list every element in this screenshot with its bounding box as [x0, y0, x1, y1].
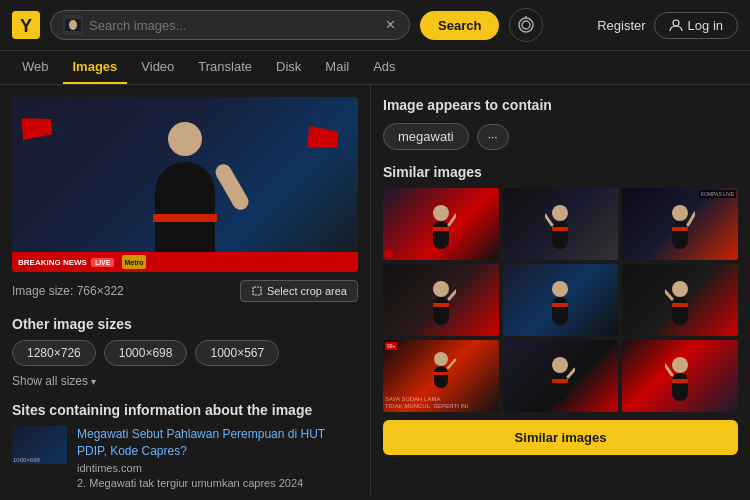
svg-rect-22	[672, 227, 688, 231]
tab-web[interactable]: Web	[12, 51, 59, 84]
svg-rect-44	[672, 373, 688, 401]
other-sizes-title: Other image sizes	[12, 316, 358, 332]
svg-point-12	[433, 205, 449, 221]
site-item: 1000×698 Megawati Sebut Pahlawan Perempu…	[12, 426, 358, 489]
svg-rect-13	[433, 221, 449, 249]
svg-line-38	[448, 360, 455, 368]
site-description: 2. Megawati tak tergiur umumkan capres 2…	[77, 477, 358, 489]
select-crop-label: Select crop area	[267, 285, 347, 297]
similar-image-5[interactable]	[503, 264, 619, 336]
svg-rect-41	[552, 379, 568, 383]
similar-title: Similar images	[383, 164, 738, 180]
svg-point-6	[522, 21, 530, 29]
image-size: Image size: 766×322	[12, 284, 124, 298]
svg-rect-30	[552, 303, 568, 307]
tab-images[interactable]: Images	[63, 51, 128, 84]
svg-rect-40	[552, 373, 568, 401]
appears-title: Image appears to contain	[383, 97, 738, 113]
similar-image-8[interactable]	[503, 340, 619, 412]
similar-image-6[interactable]	[622, 264, 738, 336]
clear-button[interactable]: ×	[384, 17, 397, 33]
main-image-container: BREAKING NEWS LIVE Metro	[12, 97, 358, 272]
main-image: BREAKING NEWS LIVE Metro	[12, 97, 358, 272]
svg-point-16	[552, 205, 568, 221]
more-tags-button[interactable]: ···	[477, 124, 509, 150]
tab-ads[interactable]: Ads	[363, 51, 405, 84]
similar-image-7[interactable]: SAYA SUDAH LAMATIDAK MUNCUL, SEPERTI INI…	[383, 340, 499, 412]
similar-btn-row: Similar images	[383, 412, 738, 455]
site-domain: idntimes.com	[77, 462, 358, 474]
svg-rect-37	[434, 372, 448, 375]
svg-rect-32	[672, 297, 688, 325]
similar-image-3[interactable]: KOMPAS LIVE	[622, 188, 738, 260]
tag-row: megawati ···	[383, 123, 738, 150]
camera-search-button[interactable]	[509, 8, 543, 42]
svg-point-35	[434, 352, 448, 366]
site-title[interactable]: Megawati Sebut Pahlawan Perempuan di HUT…	[77, 426, 358, 460]
svg-rect-36	[434, 366, 448, 388]
svg-point-39	[552, 357, 568, 373]
thumb-label: 1000×698	[13, 457, 40, 463]
tab-disk[interactable]: Disk	[266, 51, 311, 84]
svg-rect-33	[672, 303, 688, 307]
search-thumbnail	[63, 15, 83, 35]
show-all-sizes[interactable]: Show all sizes ▾	[12, 374, 358, 388]
tab-translate[interactable]: Translate	[188, 51, 262, 84]
similar-images-button[interactable]: Similar images	[383, 420, 738, 455]
site-content: Megawati Sebut Pahlawan Perempuan di HUT…	[77, 426, 358, 489]
sim-label-7: SAYA SUDAH LAMATIDAK MUNCUL, SEPERTI INI	[385, 396, 468, 410]
similar-image-1[interactable]	[383, 188, 499, 260]
nav-tabs: Web Images Video Translate Disk Mail Ads	[0, 51, 750, 85]
tab-video[interactable]: Video	[131, 51, 184, 84]
search-button[interactable]: Search	[420, 11, 499, 40]
svg-line-19	[545, 215, 552, 225]
size-btn-1[interactable]: 1000×698	[104, 340, 188, 366]
svg-point-28	[552, 281, 568, 297]
header-right: Register Log in	[597, 12, 738, 39]
search-input[interactable]	[89, 18, 378, 33]
live-badge: LIVE	[91, 258, 115, 267]
search-bar: ×	[50, 10, 410, 40]
svg-point-20	[672, 205, 688, 221]
tab-mail[interactable]: Mail	[315, 51, 359, 84]
login-button[interactable]: Log in	[654, 12, 738, 39]
logo: Y	[12, 11, 40, 39]
svg-rect-17	[552, 221, 568, 249]
similar-image-4[interactable]	[383, 264, 499, 336]
tag-megawati[interactable]: megawati	[383, 123, 469, 150]
kompas-badge: KOMPAS LIVE	[699, 190, 736, 198]
svg-rect-11	[253, 287, 261, 295]
chevron-down-icon: ▾	[91, 376, 96, 387]
sites-title: Sites containing information about the i…	[12, 402, 358, 418]
similar-images-grid: KOMPAS LIVE	[383, 188, 738, 412]
size-btn-2[interactable]: 1000×567	[195, 340, 279, 366]
svg-point-31	[672, 281, 688, 297]
svg-text:Y: Y	[20, 16, 32, 36]
svg-line-23	[688, 213, 695, 225]
breaking-news-text: BREAKING NEWS	[18, 258, 87, 267]
svg-rect-18	[552, 227, 568, 231]
svg-rect-25	[433, 297, 449, 325]
right-panel: Image appears to contain megawati ··· Si…	[370, 85, 750, 495]
select-crop-button[interactable]: Select crop area	[240, 280, 358, 302]
svg-line-46	[665, 365, 672, 375]
svg-line-42	[568, 369, 575, 377]
svg-point-4	[69, 20, 77, 30]
similar-image-9[interactable]	[622, 340, 738, 412]
login-label: Log in	[688, 18, 723, 33]
svg-point-24	[433, 281, 449, 297]
image-info: Image size: 766×322 Select crop area	[12, 280, 358, 302]
svg-point-8	[673, 20, 679, 26]
size-buttons: 1280×726 1000×698 1000×567	[12, 340, 358, 366]
svg-rect-21	[672, 221, 688, 249]
svg-rect-45	[672, 379, 688, 383]
sites-section: Sites containing information about the i…	[12, 402, 358, 489]
size-btn-0[interactable]: 1280×726	[12, 340, 96, 366]
svg-line-34	[665, 291, 672, 299]
left-panel: BREAKING NEWS LIVE Metro Image size: 766…	[0, 85, 370, 495]
similar-image-2[interactable]	[503, 188, 619, 260]
svg-rect-26	[433, 303, 449, 307]
register-button[interactable]: Register	[597, 18, 645, 33]
svg-text:Metro: Metro	[125, 259, 144, 266]
site-thumbnail: 1000×698	[12, 426, 67, 464]
